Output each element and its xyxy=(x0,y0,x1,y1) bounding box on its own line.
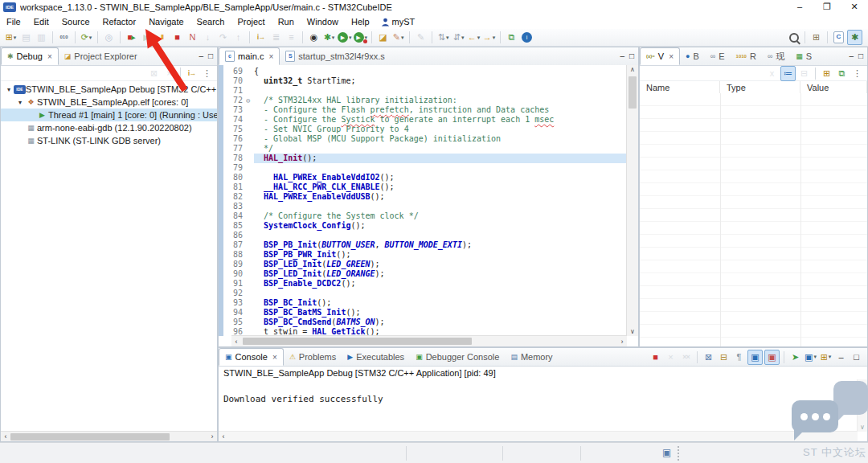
open-perspective-icon[interactable]: ⊞ xyxy=(809,31,823,44)
close-tab-icon[interactable]: × xyxy=(268,52,273,61)
scope-lookup-icon[interactable]: ◎ xyxy=(102,31,116,44)
dropdown-arrow-icon[interactable]: ▾ xyxy=(813,354,817,360)
scroll-left-icon[interactable]: ‹ xyxy=(231,338,241,346)
show-type-names-icon[interactable]: x xyxy=(765,67,779,80)
dropdown-arrow-icon[interactable]: ▾ xyxy=(477,35,481,41)
menu-source[interactable]: Source xyxy=(55,17,96,27)
scroll-left-icon[interactable]: ‹ xyxy=(219,432,228,440)
debug-perspective-icon[interactable]: ✱ xyxy=(847,30,862,45)
scroll-lock-icon[interactable]: ⊟ xyxy=(717,350,731,364)
launch-flash-icon[interactable]: ⟳▾ xyxy=(80,31,93,44)
disconnect-all-icon[interactable]: × xyxy=(162,67,176,80)
console-tab-console[interactable]: ▣Console× xyxy=(219,348,284,366)
back-icon[interactable]: ←▾ xyxy=(467,31,481,44)
remove-all-terminated-launches-icon[interactable]: ×× xyxy=(679,350,693,364)
myst-account[interactable]: myST xyxy=(376,17,420,27)
view-tab-project-explorer[interactable]: ◪Project Explorer xyxy=(59,47,143,65)
view-tab-b[interactable]: ●B xyxy=(680,47,705,65)
view-tab-r[interactable]: 1010R xyxy=(731,47,762,65)
variables-table[interactable] xyxy=(640,93,867,346)
last-edit-location-icon[interactable]: ⇅▾ xyxy=(436,31,450,44)
step-over-icon[interactable]: ↷ xyxy=(216,31,230,44)
debug-tree-item[interactable]: ▶Thread #1 [main] 1 [core: 0] (Running :… xyxy=(1,109,217,121)
open-new-window-icon[interactable]: ⧉ xyxy=(505,31,518,44)
remove-launch-icon[interactable]: × xyxy=(664,350,678,364)
run-icon[interactable]: ▶▾ xyxy=(338,31,352,44)
terminate-relaunch-icon[interactable]: ■▶ xyxy=(125,31,138,44)
show-disassembly-icon[interactable]: ≣ xyxy=(269,31,283,44)
menu-edit[interactable]: Edit xyxy=(27,17,55,27)
debug-panel-hscrollbar[interactable]: ‹ › xyxy=(1,431,217,441)
show-logical-structures-icon[interactable]: ≔ xyxy=(780,66,796,81)
maximize-view-icon[interactable]: □ xyxy=(208,52,213,60)
external-tools-icon[interactable]: ▶▾ xyxy=(354,31,368,44)
instruction-stepping-view-icon[interactable]: i→ xyxy=(185,67,199,80)
console-tab-debugger-console[interactable]: ▣Debugger Console xyxy=(410,348,505,366)
expander-icon[interactable]: ▾ xyxy=(15,99,25,106)
minimize-view-icon[interactable]: – xyxy=(199,52,203,60)
dropdown-arrow-icon[interactable]: ▾ xyxy=(401,35,404,41)
view-tab-v[interactable]: (x)=V× xyxy=(640,47,680,65)
debug-icon[interactable]: ✱▾ xyxy=(322,31,336,44)
debug-tree-item[interactable]: ▾❖STWIN_BLE_SampleApp.elf [cores: 0] xyxy=(1,96,217,109)
editor-tab-startup-stm32l4r9xx-s[interactable]: Sstartup_stm32l4r9xx.s xyxy=(280,47,391,65)
fold-marker-icon[interactable]: ⊖ xyxy=(246,96,254,105)
console-tab-memory[interactable]: ▤Memory xyxy=(505,348,558,366)
dropdown-arrow-icon[interactable]: ▾ xyxy=(14,35,17,41)
terminate-icon[interactable]: ■ xyxy=(170,31,184,44)
console-tab-problems[interactable]: ⚠Problems xyxy=(284,348,342,366)
clear-console-icon[interactable]: ⊠ xyxy=(702,350,715,364)
view-menu-icon[interactable]: ⋮ xyxy=(200,67,214,80)
scroll-right-icon[interactable]: › xyxy=(207,432,217,440)
goto-annotation-icon[interactable]: ⇵▾ xyxy=(452,31,465,44)
console-vscrollbar[interactable]: ∨ xyxy=(857,379,867,432)
scrollbar-thumb[interactable] xyxy=(628,76,637,109)
save-all-icon[interactable]: ▥ xyxy=(35,31,48,44)
console-output[interactable]: Download verified successfully xyxy=(219,379,858,432)
dropdown-arrow-icon[interactable]: ▾ xyxy=(493,35,496,41)
close-tab-icon[interactable]: × xyxy=(272,353,277,362)
remove-all-terminated-icon[interactable]: ⊠ xyxy=(147,67,161,80)
open-console-icon[interactable]: ⊞▾ xyxy=(819,350,833,364)
menu-help[interactable]: Help xyxy=(345,17,376,27)
debug-tree-item[interactable]: ▦arm-none-eabi-gdb (12.1.90.20220802) xyxy=(1,121,217,134)
use-step-filters-icon[interactable]: ≡ xyxy=(285,31,298,44)
dropdown-arrow-icon[interactable]: ▾ xyxy=(461,35,465,41)
show-stderr-when-changed-icon[interactable]: ▣ xyxy=(764,350,780,365)
minimize-console-icon[interactable]: – xyxy=(834,350,848,364)
terminate-console-icon[interactable]: ■ xyxy=(649,350,662,364)
menu-project[interactable]: Project xyxy=(231,17,271,27)
dropdown-arrow-icon[interactable]: ▾ xyxy=(446,35,449,41)
dropdown-arrow-icon[interactable]: ▾ xyxy=(332,35,335,41)
view-tab-现[interactable]: ∞现 xyxy=(762,47,790,65)
resume-icon[interactable]: ▶ xyxy=(140,31,154,44)
maximize-console-icon[interactable]: □ xyxy=(850,350,863,364)
minimize-button[interactable]: – xyxy=(786,0,813,14)
close-tab-icon[interactable]: × xyxy=(669,52,674,61)
scroll-down-icon[interactable]: ∨ xyxy=(627,328,638,335)
editor-hscrollbar[interactable]: ‹ › xyxy=(231,335,627,346)
minimize-view-icon[interactable]: – xyxy=(849,52,854,60)
cpp-perspective-icon[interactable]: C xyxy=(832,31,845,44)
step-return-icon[interactable]: ↑ xyxy=(231,31,245,44)
dropdown-arrow-icon[interactable]: ▾ xyxy=(89,35,92,41)
menu-refactor[interactable]: Refactor xyxy=(96,17,143,27)
reset-chip-icon[interactable]: ◉ xyxy=(307,31,321,44)
show-stdout-when-changed-icon[interactable]: ▣ xyxy=(747,350,763,365)
dropdown-arrow-icon[interactable]: ▾ xyxy=(349,35,352,41)
minimize-view-icon[interactable]: – xyxy=(620,52,624,60)
console-tab-executables[interactable]: ▶Executables xyxy=(342,348,410,366)
new-wizard-icon[interactable]: ⊞▾ xyxy=(4,31,18,44)
open-resource-icon[interactable]: ◪ xyxy=(376,31,390,44)
step-into-icon[interactable]: ↓ xyxy=(201,31,215,44)
close-button[interactable]: ✕ xyxy=(841,0,868,14)
highlight-marker-icon[interactable]: ✎▾ xyxy=(391,31,405,44)
dropdown-arrow-icon[interactable]: ▾ xyxy=(829,354,832,360)
menu-file[interactable]: File xyxy=(0,17,27,27)
view-tab-debug[interactable]: ✱Debug× xyxy=(1,47,59,65)
close-tab-icon[interactable]: × xyxy=(47,52,52,61)
pin-console-icon[interactable]: ➤ xyxy=(788,350,802,364)
view-menu-icon[interactable]: ⋮ xyxy=(850,67,864,80)
scroll-right-icon[interactable]: › xyxy=(617,338,627,346)
view-tab-s[interactable]: ▦S xyxy=(790,47,817,65)
